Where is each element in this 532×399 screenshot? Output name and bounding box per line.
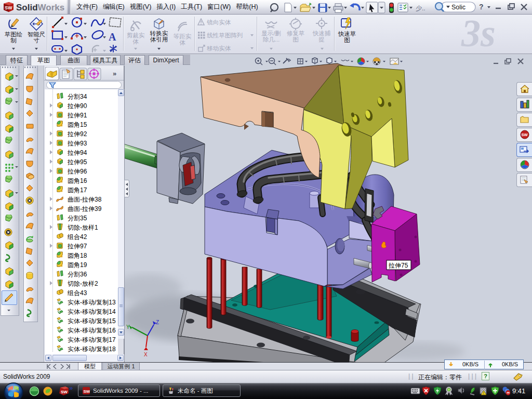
svg-text:Y: Y	[126, 324, 130, 330]
svg-text:拉伸75: 拉伸75	[388, 262, 408, 269]
svg-text:Z: Z	[156, 320, 159, 325]
svg-text:少..: 少..	[416, 5, 425, 12]
svg-text:SW: SW	[61, 390, 68, 394]
svg-text:X: X	[144, 352, 148, 357]
svg-text:SW: SW	[522, 132, 528, 137]
svg-text:Solic: Solic	[451, 4, 466, 11]
svg-text:A: A	[109, 31, 116, 43]
svg-text:SW: SW	[84, 389, 90, 394]
svg-text:!: !	[483, 392, 484, 395]
